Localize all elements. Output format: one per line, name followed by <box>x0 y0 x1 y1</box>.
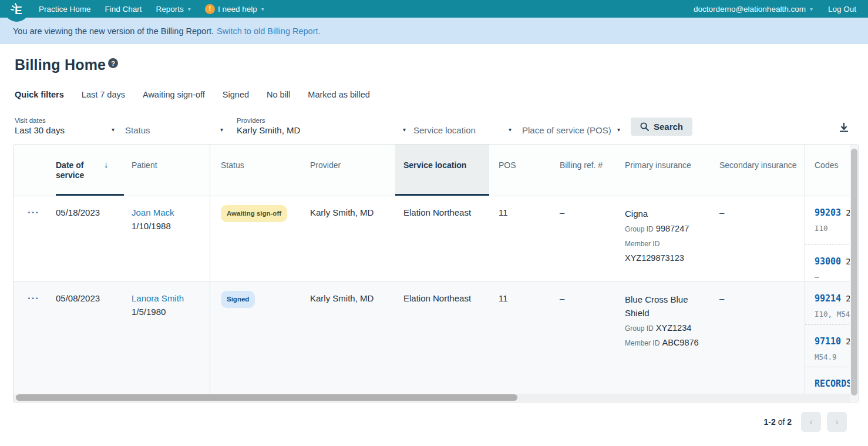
prev-page-button[interactable]: ‹ <box>801 412 821 432</box>
insurance-name: Blue Cross Blue Shield <box>625 293 695 320</box>
header-patient[interactable]: Patient <box>124 145 210 196</box>
chevron-down-icon: ▾ <box>220 126 223 133</box>
status-badge: Signed <box>221 291 255 308</box>
horizontal-scrollbar-thumb[interactable] <box>16 394 517 401</box>
header-status[interactable]: Status <box>210 145 300 196</box>
cell-pos: 11 <box>489 196 550 281</box>
cell-status: Signed <box>210 282 300 401</box>
quick-filters-label: Quick filters <box>15 90 64 99</box>
place-of-service-dropdown[interactable]: Place of service (POS) ▾ <box>522 112 620 137</box>
cpt-code-link[interactable]: 99214 <box>815 293 841 304</box>
cell-date-of-service: 05/08/2023 <box>56 282 124 401</box>
visit-dates-value: Last 30 days <box>15 125 115 137</box>
visit-dates-label: Visit dates <box>15 117 115 124</box>
pagination-range: 1-2 of 2 <box>764 417 792 427</box>
search-button[interactable]: Search <box>631 118 692 136</box>
nav-find-chart[interactable]: Find Chart <box>105 5 142 14</box>
pagination-of-label: of <box>778 417 785 427</box>
chevron-down-icon: ▾ <box>810 6 813 12</box>
cell-actions: ··· <box>14 196 56 281</box>
chevron-down-icon: ▾ <box>617 126 620 133</box>
pagination-total: 2 <box>787 417 792 427</box>
nav-reports-label: Reports <box>156 5 184 14</box>
group-id-value: XYZ1234 <box>656 323 691 333</box>
patient-dob: 1/10/1988 <box>132 220 204 232</box>
chevron-right-icon: › <box>835 416 839 428</box>
chevron-left-icon: ‹ <box>809 416 813 428</box>
table-row: ··· 05/18/2023 Joan Mack 1/10/1988 Await… <box>14 196 858 282</box>
cell-pos: 11 <box>489 282 550 401</box>
place-of-service-placeholder: Place of service (POS) <box>522 125 620 137</box>
quick-filter-last-7-days[interactable]: Last 7 days <box>82 90 125 99</box>
account-menu[interactable]: doctordemo@elationhealth.com▾ <box>694 5 813 14</box>
quick-filter-signed[interactable]: Signed <box>223 90 249 99</box>
nav-reports-menu[interactable]: Reports▾ <box>156 5 191 14</box>
log-out-link[interactable]: Log Out <box>828 5 856 14</box>
top-navbar: E Practice Home Find Chart Reports▾ ! I … <box>0 0 868 18</box>
page-title: Billing Home <box>15 56 106 73</box>
status-dropdown[interactable]: Status ▾ <box>125 112 223 137</box>
patient-link[interactable]: Joan Mack <box>132 207 174 217</box>
cell-primary-insurance: Blue Cross Blue Shield Group ID XYZ1234 … <box>615 282 710 401</box>
header-actions <box>14 145 56 196</box>
cell-actions: ··· <box>14 282 56 401</box>
header-secondary-insurance[interactable]: Secondary insurance <box>710 145 805 196</box>
table-row: ··· 05/08/2023 Lanora Smith 1/5/1980 Sig… <box>14 282 858 402</box>
header-billing-ref[interactable]: Billing ref. # <box>550 145 615 196</box>
header-provider[interactable]: Provider <box>300 145 395 196</box>
next-page-button[interactable]: › <box>827 412 847 432</box>
filter-bar: Visit dates Last 30 days ▾ Status ▾ Prov… <box>15 112 859 137</box>
row-actions-menu-icon[interactable]: ··· <box>28 293 39 304</box>
cell-billing-ref: – <box>550 282 615 401</box>
chevron-down-icon: ▾ <box>261 6 264 12</box>
group-id-value: 9987247 <box>656 224 689 233</box>
horizontal-scrollbar[interactable] <box>14 394 858 402</box>
status-badge: Awaiting sign-off <box>221 205 287 222</box>
nav-need-help-menu[interactable]: ! I need help ▾ <box>205 4 264 14</box>
header-pos[interactable]: POS <box>489 145 550 196</box>
download-icon[interactable] <box>838 122 850 133</box>
chevron-down-icon: ▾ <box>403 126 406 133</box>
sort-descending-icon[interactable]: ↓ <box>104 159 109 169</box>
header-date-label: Date of service <box>56 160 95 180</box>
quick-filter-awaiting-sign-off[interactable]: Awaiting sign-off <box>143 90 205 99</box>
providers-label: Providers <box>237 117 406 124</box>
header-date-of-service[interactable]: Date of service ↓ <box>56 145 124 196</box>
member-id-value: ABC9876 <box>662 338 699 347</box>
vertical-scrollbar[interactable] <box>850 145 858 402</box>
cpt-code-link[interactable]: RECORDS <box>815 378 852 389</box>
switch-old-billing-link[interactable]: Switch to old Billing Report. <box>217 26 321 36</box>
account-email: doctordemo@elationhealth.com <box>694 5 806 14</box>
cell-secondary-insurance: – <box>710 282 805 401</box>
cell-status: Awaiting sign-off <box>210 196 300 281</box>
member-id-value: XYZ129873123 <box>625 253 684 263</box>
member-id-label: Member ID <box>625 240 660 248</box>
providers-value: Karly Smith, MD <box>237 125 406 137</box>
banner-message: You are viewing the new version of the B… <box>13 26 214 36</box>
search-button-label: Search <box>654 122 683 132</box>
billing-table: Date of service ↓ Patient Status Provide… <box>13 144 859 403</box>
cell-secondary-insurance: – <box>710 196 805 281</box>
header-primary-insurance[interactable]: Primary insurance <box>615 145 710 196</box>
cpt-code-link[interactable]: 97110 <box>815 336 841 347</box>
cell-billing-ref: – <box>550 196 615 281</box>
search-icon <box>640 122 649 131</box>
patient-link[interactable]: Lanora Smith <box>132 293 184 303</box>
vertical-scrollbar-thumb[interactable] <box>851 149 857 395</box>
quick-filter-marked-as-billed[interactable]: Marked as billed <box>308 90 370 99</box>
quick-filter-no-bill[interactable]: No bill <box>267 90 290 99</box>
row-actions-menu-icon[interactable]: ··· <box>28 207 39 218</box>
cpt-code-link[interactable]: 93000 <box>815 256 841 267</box>
nav-need-help-label: I need help <box>218 5 257 14</box>
elation-logo-icon: E <box>9 1 25 18</box>
providers-dropdown[interactable]: Providers Karly Smith, MD ▾ <box>237 112 406 137</box>
insurance-name: Cigna <box>625 207 695 220</box>
cpt-code-link[interactable]: 99203 <box>815 207 841 218</box>
header-service-location[interactable]: Service location <box>395 145 489 196</box>
nav-practice-home[interactable]: Practice Home <box>39 5 91 14</box>
visit-dates-dropdown[interactable]: Visit dates Last 30 days ▾ <box>15 112 115 137</box>
help-icon[interactable]: ? <box>108 58 118 68</box>
pagination: 1-2 of 2 ‹ › <box>13 412 847 432</box>
service-location-dropdown[interactable]: Service location ▾ <box>413 112 512 137</box>
status-placeholder: Status <box>125 125 223 137</box>
